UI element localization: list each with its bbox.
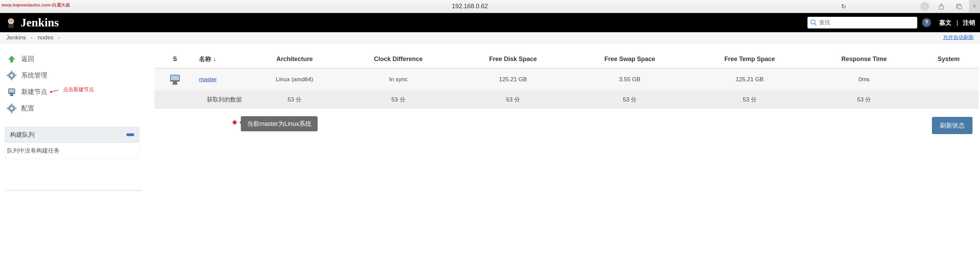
tabs-icon[interactable] xyxy=(953,2,965,11)
help-icon[interactable]: ? xyxy=(922,18,931,27)
col-response[interactable]: Response Time xyxy=(810,50,919,68)
separator xyxy=(5,190,142,191)
chevron-right-icon: ▸ xyxy=(31,35,33,40)
name-cell: master xyxy=(196,68,249,91)
svg-rect-22 xyxy=(11,103,12,106)
build-queue-widget: 构建队列 队列中没有构建任务 xyxy=(5,127,139,159)
sidebar-item-label: 新建节点 xyxy=(21,87,47,96)
svg-rect-17 xyxy=(10,94,13,95)
summary-row: 获取到的数据 53 分 53 分 53 分 53 分 53 分 53 分 xyxy=(154,91,978,109)
sidebar: 返回 系统管理 新建节点 点击新建节点 配置 构建队列 队列中没有构建任务 xyxy=(0,43,144,199)
sidebar-item-new-node[interactable]: 新建节点 点击新建节点 xyxy=(5,84,139,100)
build-queue-body: 队列中没有构建任务 xyxy=(5,143,139,159)
summary-v3: 53 分 xyxy=(456,91,570,109)
search-input[interactable] xyxy=(819,19,915,26)
callout-tooltip: 当前master为Linux系统 xyxy=(241,116,318,131)
col-clock[interactable]: Clock Difference xyxy=(340,50,456,68)
address-bar[interactable]: 192.168.0.62 xyxy=(452,3,488,10)
sidebar-item-configure[interactable]: 配置 xyxy=(5,100,139,116)
temp-cell: 125.21 GB xyxy=(690,68,810,91)
table-row: master Linux (amd64) In sync 125.21 GB 3… xyxy=(154,68,978,91)
search-icon xyxy=(810,19,817,26)
collapse-icon[interactable] xyxy=(127,134,134,136)
summary-v6: 53 分 xyxy=(810,91,919,109)
svg-rect-25 xyxy=(14,108,16,109)
svg-line-8 xyxy=(815,24,816,25)
gear-icon xyxy=(7,103,16,113)
sidebar-item-manage[interactable]: 系统管理 xyxy=(5,67,139,84)
annotation-text: 点击新建节点 xyxy=(63,86,94,93)
arch-cell: Linux (amd64) xyxy=(249,68,340,91)
swap-cell: 3.55 GB xyxy=(570,68,690,91)
table-header-row: S 名称 ↓ Architecture Clock Difference Fre… xyxy=(154,50,978,68)
status-cell xyxy=(154,68,196,91)
watermark: www.baimeidashu.com-白眉大叔 xyxy=(2,2,70,8)
svg-point-10 xyxy=(10,74,13,77)
logo-text: Jenkins xyxy=(21,16,59,29)
col-system[interactable]: System xyxy=(919,50,978,68)
new-tab-button[interactable]: + xyxy=(969,0,980,13)
clock-cell: In sync xyxy=(340,68,456,91)
build-queue-header[interactable]: 构建队列 xyxy=(5,127,139,143)
svg-rect-29 xyxy=(172,84,178,85)
annotation-arrow-icon xyxy=(49,88,58,97)
svg-rect-23 xyxy=(11,111,12,113)
breadcrumb-nodes[interactable]: nodes xyxy=(38,34,54,41)
col-arch[interactable]: Architecture xyxy=(249,50,340,68)
svg-point-6 xyxy=(12,21,13,22)
svg-rect-2 xyxy=(958,5,961,9)
gear-icon xyxy=(7,71,16,80)
summary-v5: 53 分 xyxy=(690,91,810,109)
response-cell: 0ms xyxy=(810,68,919,91)
share-icon[interactable] xyxy=(935,2,947,11)
main-content: S 名称 ↓ Architecture Clock Difference Fre… xyxy=(144,43,980,199)
svg-point-21 xyxy=(10,107,13,110)
col-s[interactable]: S xyxy=(154,50,196,68)
sidebar-item-back[interactable]: 返回 xyxy=(5,51,139,67)
auto-refresh-link[interactable]: 允许自动刷新 xyxy=(943,34,974,41)
svg-rect-24 xyxy=(7,108,9,109)
svg-rect-28 xyxy=(173,82,177,84)
download-icon[interactable]: ↓ xyxy=(920,2,929,11)
logo[interactable]: Jenkins xyxy=(5,16,59,29)
user-link[interactable]: 嘉文 xyxy=(939,19,951,27)
col-swap[interactable]: Free Swap Space xyxy=(570,50,690,68)
svg-rect-12 xyxy=(11,78,12,80)
svg-rect-18 xyxy=(10,95,14,96)
disk-cell: 125.21 GB xyxy=(456,68,570,91)
summary-label: 获取到的数据 xyxy=(154,91,249,109)
jenkins-header: Jenkins ? 嘉文 | 注销 xyxy=(0,13,980,32)
system-cell xyxy=(919,68,978,91)
svg-point-5 xyxy=(10,21,11,22)
sidebar-item-label: 返回 xyxy=(21,54,34,64)
refresh-icon[interactable]: ↻ xyxy=(841,3,846,10)
svg-rect-13 xyxy=(7,75,9,76)
node-link-master[interactable]: master xyxy=(199,76,217,83)
computer-icon xyxy=(169,73,181,86)
logout-link[interactable]: 注销 xyxy=(963,19,975,27)
chevron-right-icon: ▸ xyxy=(58,35,60,40)
build-queue-title: 构建队列 xyxy=(10,130,35,139)
search-box[interactable] xyxy=(807,17,917,29)
nodes-table: S 名称 ↓ Architecture Clock Difference Fre… xyxy=(154,50,978,109)
jenkins-logo-icon xyxy=(5,16,17,29)
svg-rect-4 xyxy=(8,24,14,28)
svg-rect-14 xyxy=(14,75,16,76)
svg-rect-11 xyxy=(11,71,12,73)
summary-v4: 53 分 xyxy=(570,91,690,109)
breadcrumb-jenkins[interactable]: Jenkins xyxy=(6,34,26,41)
sidebar-item-label: 配置 xyxy=(21,104,34,113)
sidebar-item-label: 系统管理 xyxy=(21,71,47,80)
summary-empty xyxy=(919,91,978,109)
breadcrumb: Jenkins ▸ nodes ▸ 允许自动刷新 xyxy=(0,32,980,43)
svg-point-7 xyxy=(811,20,815,24)
summary-v1: 53 分 xyxy=(249,91,340,109)
col-name[interactable]: 名称 ↓ xyxy=(196,50,249,68)
red-dot-icon xyxy=(232,120,237,124)
col-temp[interactable]: Free Temp Space xyxy=(690,50,810,68)
svg-rect-27 xyxy=(171,75,179,80)
computer-icon xyxy=(7,87,16,97)
refresh-status-button[interactable]: 刷新状态 xyxy=(932,117,972,134)
col-disk[interactable]: Free Disk Space xyxy=(456,50,570,68)
divider: | xyxy=(956,19,958,26)
